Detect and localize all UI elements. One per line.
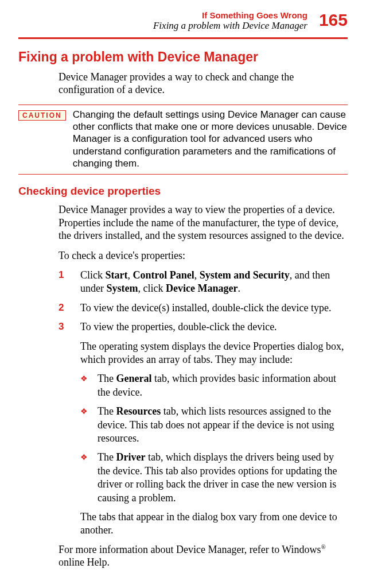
step-list: 1 Click Start, Control Panel, System and… <box>59 269 348 537</box>
step-1-text: Click Start, Control Panel, System and S… <box>80 269 348 296</box>
caution-badge: CAUTION <box>18 110 66 121</box>
subsection-p2: To check a device's properties: <box>59 249 348 262</box>
step-followup: The operating system displays the device… <box>80 340 348 367</box>
bullet-3: ❖ The Driver tab, which displays the dri… <box>80 451 348 505</box>
caution-divider-top <box>18 105 348 105</box>
step-3-text: To view the properties, double-click the… <box>80 320 348 334</box>
divider-top <box>18 37 348 39</box>
bullet-2-text: The Resources tab, which lists resources… <box>98 405 348 445</box>
trailing-p2: For more information about Device Manage… <box>59 543 348 569</box>
caution-divider-bottom <box>18 174 348 175</box>
diamond-icon: ❖ <box>80 372 89 399</box>
bullet-1: ❖ The General tab, which provides basic … <box>80 372 348 399</box>
diamond-icon: ❖ <box>80 451 89 505</box>
page-header: If Something Goes Wrong Fixing a problem… <box>18 10 348 32</box>
step-number: 1 <box>59 269 71 296</box>
step-2: 2 To view the device(s) installed, doubl… <box>59 301 348 315</box>
bullet-2: ❖ The Resources tab, which lists resourc… <box>80 405 348 445</box>
trailing-p1: The tabs that appear in the dialog box v… <box>80 510 348 537</box>
bullet-list: ❖ The General tab, which provides basic … <box>80 372 348 505</box>
step-3: 3 To view the properties, double-click t… <box>59 320 348 334</box>
subsection-heading: Checking device properties <box>18 185 348 198</box>
step-number: 3 <box>59 320 71 334</box>
step-1: 1 Click Start, Control Panel, System and… <box>59 269 348 296</box>
page-number: 165 <box>319 10 348 29</box>
bullet-1-text: The General tab, which provides basic in… <box>98 372 348 399</box>
diamond-icon: ❖ <box>80 405 89 445</box>
step-2-text: To view the device(s) installed, double-… <box>80 301 348 315</box>
step-number: 2 <box>59 301 71 315</box>
section-intro: Device Manager provides a way to check a… <box>59 71 348 96</box>
caution-text: Changing the default settings using Devi… <box>73 109 348 169</box>
section-heading: Fixing a problem with Device Manager <box>18 49 348 65</box>
caution-block: CAUTION Changing the default settings us… <box>18 109 348 169</box>
chapter-title: If Something Goes Wrong <box>153 10 307 20</box>
subsection-p1: Device Manager provides a way to view th… <box>59 203 348 242</box>
header-subtitle: Fixing a problem with Device Manager <box>153 20 307 32</box>
bullet-3-text: The Driver tab, which displays the drive… <box>98 451 348 505</box>
